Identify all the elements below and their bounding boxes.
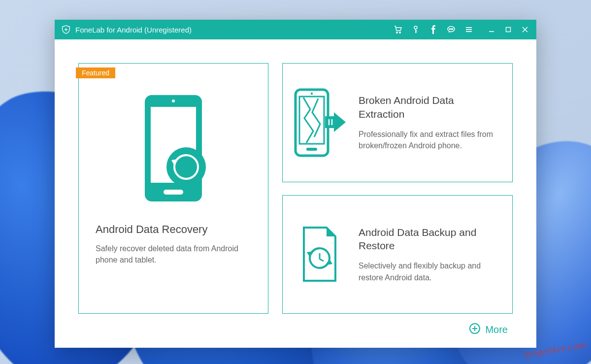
svg-point-9 [449, 29, 450, 30]
card-description: Safely recover deleted data from Android… [96, 243, 251, 265]
card-broken-extraction[interactable]: Broken Android Data Extraction Professio… [282, 63, 513, 182]
card-data-recovery[interactable]: Featured Android Data Recovery Safely re [78, 63, 268, 314]
card-description: Selectively and flexibly backup and rest… [359, 260, 497, 283]
titlebar: FoneLab for Android (Unregistered) [55, 20, 536, 39]
close-button[interactable] [521, 25, 529, 34]
cart-icon[interactable] [394, 25, 402, 34]
svg-point-21 [172, 99, 175, 102]
app-title: FoneLab for Android (Unregistered) [75, 26, 192, 34]
menu-icon[interactable] [464, 25, 473, 34]
card-backup-restore[interactable]: Android Data Backup and Restore Selectiv… [282, 195, 513, 314]
app-window: FoneLab for Android (Unregistered) [55, 20, 536, 348]
key-icon[interactable] [411, 25, 420, 34]
card-title: Android Data Recovery [96, 223, 207, 236]
svg-rect-22 [164, 190, 183, 195]
svg-rect-16 [506, 28, 511, 32]
svg-marker-31 [334, 112, 346, 132]
card-description: Professionally fix and extract files fro… [359, 129, 497, 151]
svg-point-23 [166, 147, 206, 187]
more-button[interactable]: More [469, 323, 508, 337]
svg-point-28 [311, 93, 313, 95]
maximize-button[interactable] [504, 25, 513, 34]
backup-restore-icon [291, 223, 349, 286]
svg-point-2 [396, 32, 397, 33]
svg-point-10 [451, 29, 452, 30]
content-area: Featured Android Data Recovery Safely re [55, 39, 536, 348]
app-logo-icon [62, 25, 70, 34]
svg-point-4 [414, 26, 417, 29]
more-label: More [485, 324, 508, 335]
featured-badge: Featured [76, 67, 115, 78]
minimize-button[interactable] [487, 25, 496, 34]
card-title: Android Data Backup and Restore [359, 226, 497, 253]
feedback-icon[interactable] [447, 25, 456, 34]
phone-recovery-icon [134, 93, 213, 205]
svg-rect-29 [306, 148, 317, 151]
svg-rect-27 [299, 97, 324, 144]
plus-circle-icon [469, 323, 481, 337]
broken-phone-icon [291, 86, 349, 160]
facebook-icon[interactable] [429, 25, 438, 34]
card-title: Broken Android Data Extraction [359, 94, 497, 121]
svg-point-11 [452, 29, 453, 30]
svg-point-3 [399, 32, 400, 33]
